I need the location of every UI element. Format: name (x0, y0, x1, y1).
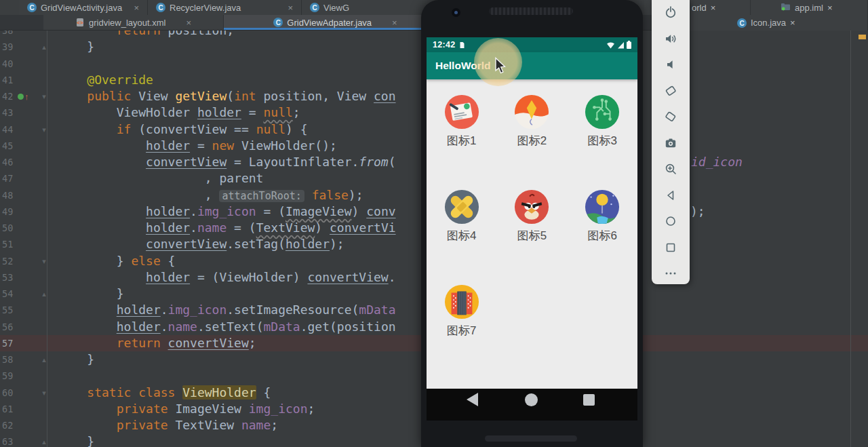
signal-icon (617, 41, 625, 49)
rotate-left-button[interactable] (663, 83, 678, 98)
close-icon[interactable]: × (179, 18, 191, 28)
code-fragment: ); (690, 203, 705, 220)
java-class-icon: C (273, 18, 283, 27)
tab-label: Icon.java (751, 18, 786, 28)
emulator-screen[interactable]: 12:42 HelloWorld 图标1图标2图标3图标4图标5图标6图标7 (427, 37, 637, 421)
svg-text:<>: <> (77, 20, 83, 26)
close-icon[interactable]: × (281, 3, 293, 13)
java-class-icon: C (310, 3, 319, 12)
battery-icon (627, 41, 631, 49)
xml-file-icon: <> (75, 18, 85, 27)
icon4-app-icon (444, 189, 479, 225)
tab-gridviewactivity-java[interactable]: CGridViewActivity.java× (19, 0, 148, 15)
icon1-app-icon (444, 94, 479, 130)
screenshot-button[interactable] (663, 136, 678, 151)
zoom-button[interactable] (663, 161, 678, 176)
module-folder-icon (781, 2, 791, 13)
java-class-icon: C (737, 18, 747, 28)
android-emulator-window: 12:42 HelloWorld 图标1图标2图标3图标4图标5图标6图标7 (421, 0, 643, 447)
app-icon-label: 图标7 (447, 323, 476, 338)
app-grid-item[interactable]: 图标2 (497, 94, 568, 189)
phone-camera (452, 8, 460, 17)
volume-down-button[interactable] (663, 57, 678, 72)
app-grid-item[interactable]: 图标7 (427, 284, 497, 379)
tab-app-iml[interactable]: app.iml × (751, 0, 868, 15)
status-right-icons (606, 41, 631, 49)
close-icon[interactable]: × (127, 3, 139, 13)
app-grid-item[interactable]: 图标5 (497, 189, 568, 284)
nav-back-button[interactable] (467, 393, 478, 406)
icon7-app-icon (444, 284, 479, 319)
icon3-app-icon (585, 94, 620, 130)
icon5-app-icon (514, 189, 549, 225)
android-studio-window: CGridViewActivity.java×CRecyclerView.jav… (0, 0, 868, 447)
close-icon[interactable]: × (385, 18, 397, 28)
home-button[interactable] (663, 214, 678, 229)
wifi-icon (606, 41, 615, 49)
java-class-icon: C (156, 3, 165, 12)
tab-label: gridview_layout.xml (89, 18, 165, 28)
volume-up-button[interactable] (663, 31, 678, 46)
gutter-fold-line (47, 31, 47, 447)
app-grid-item[interactable]: 图标3 (567, 94, 637, 189)
nav-home-button[interactable] (525, 393, 538, 406)
status-left-icons (459, 41, 465, 49)
close-icon[interactable]: × (790, 18, 795, 28)
sim-icon (459, 41, 465, 49)
phone-earpiece (489, 7, 573, 15)
app-action-bar: HelloWorld (427, 52, 637, 79)
right-margin-guide (850, 31, 851, 447)
status-time: 12:42 (433, 40, 455, 50)
icon2-app-icon (514, 94, 549, 130)
app-grid-item[interactable]: 图标1 (427, 94, 497, 189)
close-icon[interactable]: × (711, 3, 716, 13)
overview-button[interactable] (663, 240, 678, 255)
close-icon[interactable]: × (827, 3, 833, 13)
tab-label: GridViewAdpater.java (287, 18, 372, 28)
tab-label: GridViewActivity.java (41, 3, 122, 13)
android-status-bar: 12:42 (427, 37, 637, 52)
app-grid-view: 图标1图标2图标3图标4图标5图标6图标7 (427, 79, 637, 389)
app-icon-label: 图标2 (517, 133, 547, 149)
phone-bottom-speaker (485, 435, 577, 442)
android-nav-bar (427, 389, 637, 421)
tab-gridviewadpater-java[interactable]: CGridViewAdpater.java× (224, 15, 448, 30)
tab-label: app.iml (795, 3, 823, 13)
more-button[interactable] (663, 266, 678, 281)
emulator-toolbar (652, 0, 690, 284)
mouse-cursor (493, 57, 507, 78)
power-button[interactable] (663, 5, 678, 20)
tab-label: ViewG (323, 3, 349, 13)
app-icon-label: 图标1 (447, 133, 476, 149)
tab-icon-java[interactable]: C Icon.java × (690, 15, 868, 31)
rotate-right-button[interactable] (663, 109, 678, 124)
back-button[interactable] (663, 188, 678, 203)
tab-label: orld (692, 3, 707, 13)
app-icon-label: 图标4 (447, 228, 476, 244)
error-stripe-mark (859, 35, 866, 39)
java-class-icon: C (27, 3, 37, 12)
app-grid-item[interactable]: 图标6 (567, 189, 637, 284)
app-grid-item[interactable]: 图标4 (427, 189, 497, 284)
tab-label: RecyclerView.java (170, 3, 241, 13)
app-icon-label: 图标3 (587, 133, 616, 149)
code-fragment: id_icon (691, 154, 743, 170)
app-icon-label: 图标5 (517, 228, 547, 244)
tab-gridview-layout-xml[interactable]: <>gridview_layout.xml× (43, 15, 224, 30)
icon6-app-icon (585, 189, 620, 225)
nav-overview-button[interactable] (583, 394, 595, 406)
app-icon-label: 图标6 (587, 228, 616, 244)
tab-recyclerview-java[interactable]: CRecyclerView.java× (148, 0, 302, 15)
